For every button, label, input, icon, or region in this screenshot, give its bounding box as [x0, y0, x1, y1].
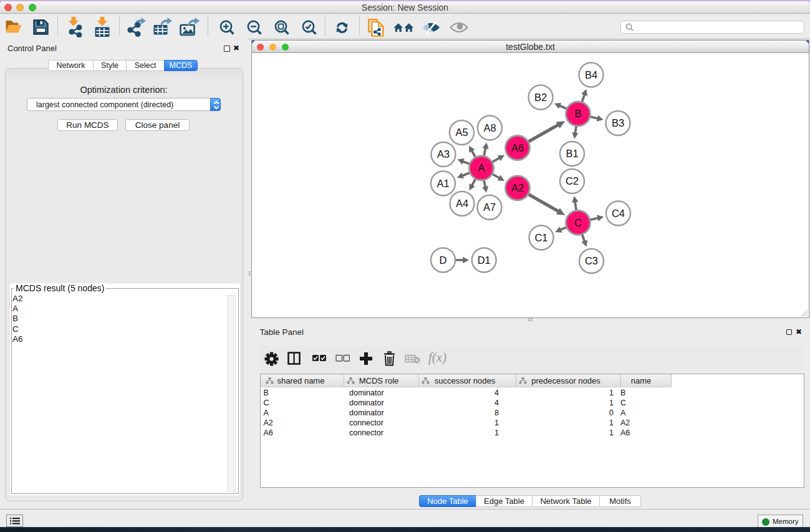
- svg-text:C4: C4: [612, 208, 625, 219]
- svg-text:D1: D1: [478, 254, 491, 266]
- svg-text:D: D: [440, 254, 447, 266]
- svg-text:B1: B1: [566, 148, 578, 159]
- svg-text:B3: B3: [612, 117, 624, 128]
- svg-text:C2: C2: [566, 175, 579, 186]
- svg-text:B: B: [574, 108, 581, 119]
- svg-text:C1: C1: [534, 232, 547, 243]
- svg-text:C: C: [574, 217, 582, 228]
- svg-text:A8: A8: [483, 122, 496, 133]
- svg-text:A6: A6: [511, 142, 524, 153]
- svg-text:A4: A4: [456, 198, 468, 209]
- svg-text:A7: A7: [483, 201, 496, 213]
- svg-text:A: A: [478, 162, 485, 173]
- svg-text:A1: A1: [436, 178, 449, 189]
- svg-text:B2: B2: [534, 92, 547, 103]
- svg-text:A5: A5: [455, 127, 468, 138]
- svg-text:B4: B4: [585, 69, 597, 80]
- svg-text:A3: A3: [437, 148, 450, 160]
- svg-text:C3: C3: [585, 255, 598, 266]
- svg-text:A2: A2: [511, 182, 524, 193]
